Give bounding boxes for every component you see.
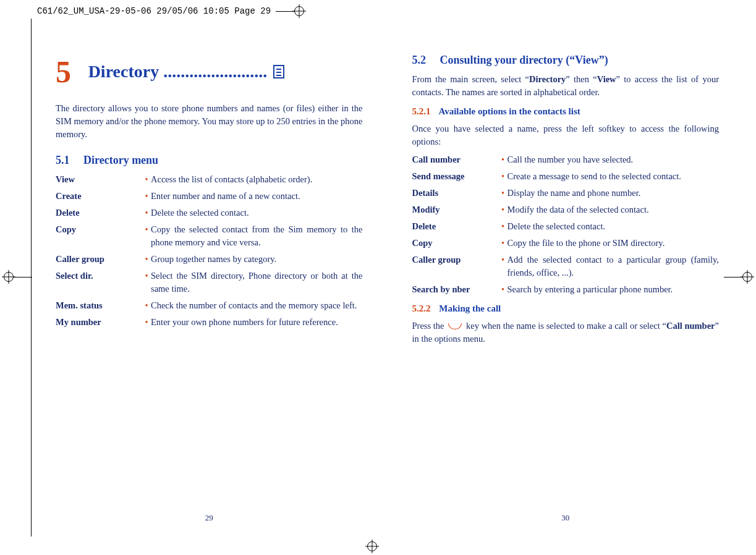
chapter-header: 5 Directory ........................ — [56, 49, 363, 95]
list-definition: Select the SIM directory, Phone director… — [151, 269, 363, 295]
bullet-icon: • — [142, 223, 151, 236]
list-term: Caller group — [56, 253, 142, 266]
regmark-line — [14, 277, 32, 278]
list-term: Create — [56, 190, 142, 203]
list-definition: Delete the selected contact. — [151, 206, 363, 219]
section-title: Directory menu — [83, 154, 158, 166]
bullet-icon: • — [499, 203, 508, 216]
list-term: Caller group — [412, 253, 499, 266]
page-number-right: 30 — [561, 512, 569, 524]
bullet-icon: • — [499, 153, 508, 166]
bullet-icon: • — [142, 206, 151, 219]
making-call-text: Press the key when the name is selected … — [412, 320, 720, 345]
bold-call-number: Call number — [666, 321, 715, 331]
section-number: 5.1 — [56, 154, 70, 166]
list-definition: Call the number you have selected. — [508, 153, 720, 166]
list-term: View — [56, 173, 142, 186]
list-term: Delete — [56, 206, 142, 219]
list-definition: Delete the selected contact. — [508, 220, 720, 233]
section-5-2-intro: From the main screen, select “Directory”… — [412, 73, 720, 99]
chapter-title-text: Directory — [88, 62, 164, 81]
list-definition: Search by entering a particular phone nu… — [508, 283, 720, 296]
subsection-5-2-2-heading: 5.2.2 Making the call — [412, 302, 720, 316]
bullet-icon: • — [499, 170, 508, 183]
crosshair-icon — [367, 541, 377, 551]
list-term: Copy — [412, 237, 499, 250]
list-term: Delete — [412, 220, 499, 233]
bold-directory: Directory — [529, 74, 566, 84]
text: ” then “ — [566, 74, 597, 84]
directory-icon — [273, 65, 284, 78]
bullet-icon: • — [142, 190, 151, 203]
list-term: My number — [56, 316, 142, 329]
crosshair-icon — [4, 272, 14, 282]
subsection-5-2-1-intro: Once you have selected a name, press the… — [412, 122, 720, 148]
bullet-icon: • — [142, 269, 151, 282]
list-definition: Group together names by category. — [151, 253, 363, 266]
section-number: 5.2 — [412, 54, 427, 66]
list-definition: Copy the selected contact from the Sim m… — [151, 223, 363, 249]
text: Press the — [412, 321, 447, 331]
page-number-left: 29 — [205, 512, 213, 524]
section-5-2-heading: 5.2 Consulting your directory (“View”) — [412, 52, 720, 68]
page-right: 5.2 Consulting your directory (“View”) F… — [388, 19, 744, 536]
subsection-title: Available options in the contacts list — [438, 106, 580, 116]
page-spread: 5 Directory ........................ The… — [31, 19, 744, 536]
list-definition: Check the number of contacts and the mem… — [151, 299, 363, 312]
bullet-icon: • — [499, 220, 508, 233]
subsection-5-2-1-heading: 5.2.1 Available options in the contacts … — [412, 105, 720, 119]
list-definition: Enter number and name of a new contact. — [151, 190, 363, 203]
list-term: Copy — [56, 223, 142, 236]
bullet-icon: • — [499, 187, 508, 200]
chapter-intro: The directory allows you to store phone … — [56, 102, 363, 141]
list-term: Mem. status — [56, 299, 142, 312]
chapter-dots: ........................ — [163, 62, 267, 81]
subsection-title: Making the call — [439, 303, 501, 313]
registration-mark-bottom — [367, 541, 377, 551]
bullet-icon: • — [499, 283, 508, 296]
bullet-icon: • — [142, 299, 151, 312]
page-left: 5 Directory ........................ The… — [31, 19, 388, 536]
list-definition: Create a message to send to the selected… — [508, 170, 720, 183]
list-term: Call number — [412, 153, 499, 166]
crosshair-icon — [294, 6, 304, 16]
list-term: Select dir. — [56, 269, 142, 282]
list-definition: Enter your own phone numbers for future … — [151, 316, 363, 329]
regmark-line — [276, 11, 294, 12]
contact-options-list: Call number•Call the number you have sel… — [412, 153, 720, 296]
subsection-number: 5.2.2 — [412, 303, 431, 313]
bullet-icon: • — [142, 253, 151, 266]
bullet-icon: • — [499, 237, 508, 250]
list-term: Modify — [412, 203, 499, 216]
text: key when the name is selected to make a … — [464, 321, 666, 331]
printer-slug: C61/62_UM_USA-29-05-06 29/05/06 10:05 Pa… — [37, 6, 304, 16]
registration-mark-left — [4, 272, 32, 282]
list-definition: Copy the file to the phone or SIM direct… — [508, 237, 720, 250]
bullet-icon: • — [499, 253, 508, 266]
list-term: Details — [412, 187, 499, 200]
text: From the main screen, select “ — [412, 74, 530, 84]
list-definition: Add the selected contact to a particular… — [508, 253, 720, 279]
list-term: Search by nber — [412, 283, 499, 296]
bullet-icon: • — [142, 173, 151, 186]
slug-text: C61/62_UM_USA-29-05-06 29/05/06 10:05 Pa… — [37, 6, 271, 16]
crosshair-icon — [742, 272, 752, 282]
bold-view: View — [597, 74, 616, 84]
registration-mark-top — [276, 6, 304, 16]
list-definition: Modify the data of the selected contact. — [508, 203, 720, 216]
chapter-number: 5 — [56, 49, 71, 95]
bullet-icon: • — [142, 316, 151, 329]
section-title: Consulting your directory (“View”) — [440, 54, 608, 66]
directory-menu-list: View•Access the list of contacts (alphab… — [56, 173, 363, 329]
call-key-icon — [448, 323, 462, 329]
subsection-number: 5.2.1 — [412, 106, 431, 116]
section-5-1-heading: 5.1 Directory menu — [56, 152, 363, 168]
list-definition: Access the list of contacts (alphabetic … — [151, 173, 363, 186]
list-definition: Display the name and phone number. — [508, 187, 720, 200]
chapter-title: Directory ........................ — [88, 59, 268, 85]
list-term: Send message — [412, 170, 499, 183]
